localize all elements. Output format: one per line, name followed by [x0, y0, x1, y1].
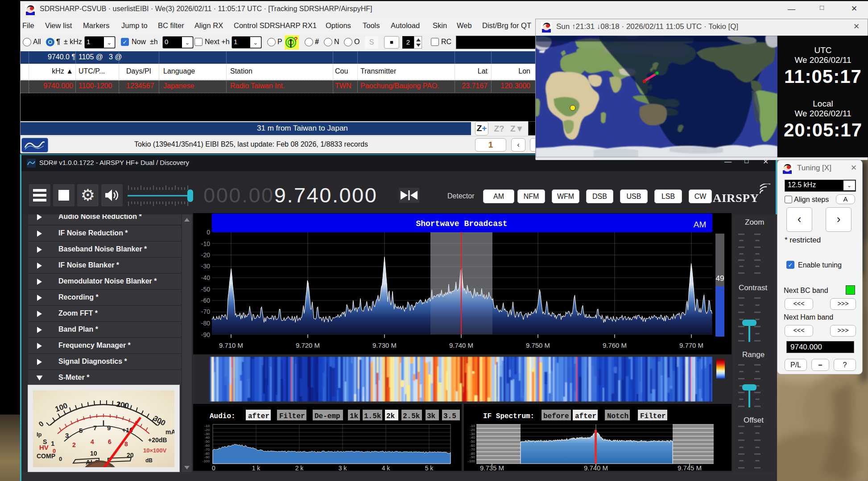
svg-text:mA: mA — [165, 428, 174, 436]
svg-text:4: 4 — [91, 438, 94, 445]
svg-text:10: 10 — [90, 450, 97, 457]
svg-text:2: 2 — [72, 441, 76, 448]
svg-text:6: 6 — [108, 438, 112, 445]
svg-text:+20dB: +20dB — [148, 436, 167, 444]
svg-text:?: ? — [294, 36, 298, 43]
svg-text:1: 1 — [51, 440, 54, 447]
svg-text:dB: dB — [145, 457, 153, 464]
svg-text:COMP: COMP — [37, 452, 55, 460]
svg-text:0: 0 — [59, 456, 62, 462]
svg-text:8: 8 — [124, 440, 128, 448]
svg-text:5: 5 — [79, 427, 83, 434]
svg-text:9: 9 — [107, 424, 111, 432]
svg-text:Ip: Ip — [37, 431, 42, 438]
svg-text:10×100V: 10×100V — [143, 447, 167, 454]
svg-text:7: 7 — [93, 424, 97, 432]
svg-text:HV: HV — [39, 444, 49, 451]
svg-text:200: 200 — [116, 400, 129, 410]
svg-text:3: 3 — [65, 432, 69, 439]
